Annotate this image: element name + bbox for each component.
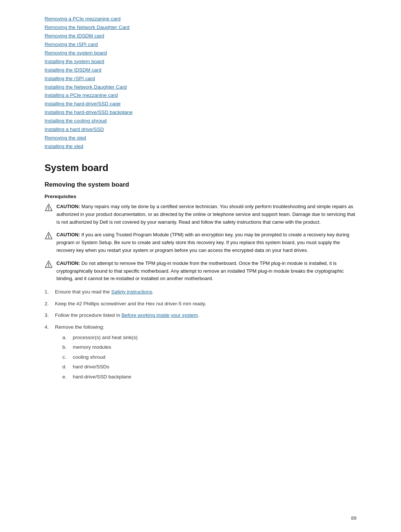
sub-item-text: hard drive/SSDs xyxy=(73,363,109,371)
caution-triangle-icon xyxy=(45,203,53,211)
toc-link[interactable]: Removing the Network Daughter Card xyxy=(45,23,356,32)
toc-link[interactable]: Installing the hard-drive/SSD cage xyxy=(45,100,356,108)
toc-link[interactable]: Installing the hard-drive/SSD backplane xyxy=(45,108,356,117)
toc-list: Removing a PCIe mezzanine cardRemoving t… xyxy=(45,15,356,151)
page-number: 89 xyxy=(351,515,356,521)
sub-list-item: processor(s) and heat sink(s) xyxy=(62,334,356,342)
toc-link[interactable]: Installing the cooling shroud xyxy=(45,117,356,125)
subsection-title: Removing the system board xyxy=(45,181,356,188)
toc-link[interactable]: Removing the IDSDM card xyxy=(45,32,356,40)
toc-link[interactable]: Removing the system board xyxy=(45,49,356,58)
caution-text: CAUTION: If you are using Trusted Progra… xyxy=(56,231,356,254)
sub-list-item: memory modules xyxy=(62,343,356,351)
step-link[interactable]: Before working inside your system xyxy=(121,312,198,318)
step-content: Ensure that you read the Safety instruct… xyxy=(55,288,356,296)
toc-link[interactable]: Installing a hard drive/SSD xyxy=(45,125,356,134)
prerequisites-label: Prerequisites xyxy=(45,194,356,199)
svg-point-2 xyxy=(48,209,49,209)
toc-link[interactable]: Installing the IDSDM card xyxy=(45,66,356,75)
toc-link[interactable]: Installing the sled xyxy=(45,142,356,151)
toc-link[interactable]: Removing a PCIe mezzanine card xyxy=(45,15,356,23)
svg-point-5 xyxy=(48,237,49,238)
steps-list: Ensure that you read the Safety instruct… xyxy=(45,288,356,382)
caution-text: CAUTION: Do not attempt to remove the TP… xyxy=(56,260,356,283)
step-content: Keep the #2 Phillips screwdriver and the… xyxy=(55,300,356,308)
sub-item-text: hard-drive/SSD backplane xyxy=(73,373,131,381)
section-title: System board xyxy=(45,162,356,174)
sub-list-item: hard drive/SSDs xyxy=(62,363,356,371)
toc-link[interactable]: Removing the sled xyxy=(45,134,356,142)
caution-text: CAUTION: Many repairs may only be done b… xyxy=(56,203,356,226)
caution-triangle-icon xyxy=(45,231,53,240)
caution-block: CAUTION: If you are using Trusted Progra… xyxy=(45,231,356,254)
svg-point-8 xyxy=(48,266,49,266)
caution-block: CAUTION: Many repairs may only be done b… xyxy=(45,203,356,226)
step-link[interactable]: Safety instructions xyxy=(111,289,152,295)
sub-list-item: hard-drive/SSD backplane xyxy=(62,373,356,381)
step-item: Keep the #2 Phillips screwdriver and the… xyxy=(45,300,356,308)
caution-triangle-icon xyxy=(45,260,53,268)
toc-link[interactable]: Installing a PCIe mezzanine card xyxy=(45,91,356,100)
toc-link[interactable]: Installing the Network Daughter Card xyxy=(45,83,356,92)
sub-item-text: cooling shroud xyxy=(73,353,105,361)
cautions-container: CAUTION: Many repairs may only be done b… xyxy=(45,203,356,283)
sub-item-text: memory modules xyxy=(73,343,111,351)
toc-link[interactable]: Installing the system board xyxy=(45,58,356,66)
step-content: Follow the procedure listed in Before wo… xyxy=(55,311,356,319)
sub-item-text: processor(s) and heat sink(s) xyxy=(73,334,138,342)
step-item: Remove the following:processor(s) and he… xyxy=(45,323,356,383)
toc-link[interactable]: Removing the rSPI card xyxy=(45,40,356,49)
sub-list-item: cooling shroud xyxy=(62,353,356,361)
step-item: Ensure that you read the Safety instruct… xyxy=(45,288,356,296)
toc-link[interactable]: Installing the rSPI card xyxy=(45,75,356,83)
step-content: Remove the following:processor(s) and he… xyxy=(55,323,356,383)
sub-list: processor(s) and heat sink(s)memory modu… xyxy=(55,334,356,381)
step-item: Follow the procedure listed in Before wo… xyxy=(45,311,356,319)
caution-block: CAUTION: Do not attempt to remove the TP… xyxy=(45,260,356,283)
